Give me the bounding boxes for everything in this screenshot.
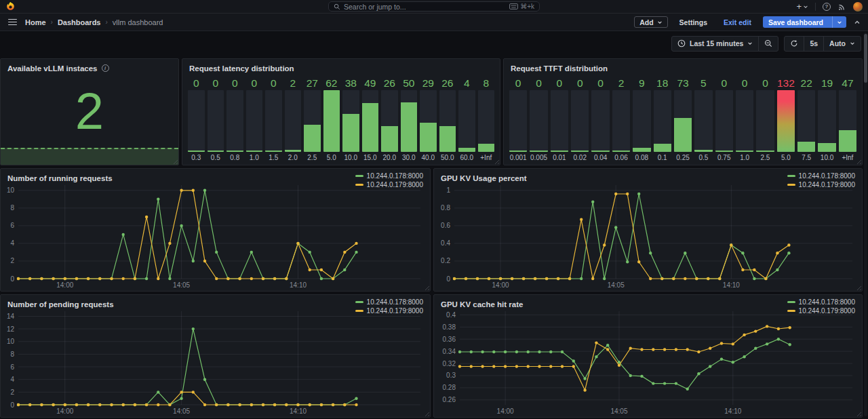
bar-track[interactable] (591, 90, 609, 152)
bar-track[interactable] (323, 90, 340, 152)
dashboard-grid: Available vLLM instaces i 2 Request late… (0, 56, 868, 418)
refresh-interval[interactable]: 5s (804, 37, 823, 51)
bar-track[interactable] (246, 90, 263, 152)
bar-track[interactable] (839, 90, 856, 152)
svg-text:14:05: 14:05 (610, 407, 627, 415)
grafana-logo-icon[interactable] (5, 1, 16, 12)
bar-category-label: 0.5 (208, 152, 224, 162)
svg-text:10: 10 (7, 186, 15, 194)
clock-icon (677, 39, 686, 47)
plus-icon: + (796, 2, 802, 11)
bar-track[interactable] (654, 90, 671, 152)
bar-track[interactable] (818, 90, 835, 152)
breadcrumb-separator: › (105, 18, 107, 26)
bar-track[interactable] (633, 90, 650, 152)
zoom-out-button[interactable] (758, 37, 778, 51)
bar-track[interactable] (362, 90, 379, 152)
bar-track[interactable] (208, 90, 224, 152)
bar-track[interactable] (188, 90, 205, 152)
bar-track[interactable] (551, 90, 568, 152)
breadcrumb-home[interactable]: Home (25, 18, 46, 26)
bar-category-label: 0.001 (509, 152, 527, 162)
bar-fill (612, 151, 630, 152)
timeseries-chart[interactable]: 024681014:0014:0514:1010.244.0.178:80001… (1, 169, 430, 291)
refresh-button[interactable] (785, 37, 804, 51)
legend-item[interactable]: 10.244.0.179:8000 (355, 181, 423, 188)
panel-header[interactable]: Available vLLM instaces i (1, 59, 178, 75)
bar-track[interactable] (736, 90, 753, 152)
bar-gauge-chart[interactable]: 00.00100.00500.0100.0200.0420.0690.08180… (504, 75, 862, 165)
bar-track[interactable] (458, 90, 475, 152)
legend-series-label: 10.244.0.178:8000 (799, 298, 855, 306)
bar-category-label: 10.0 (818, 152, 835, 162)
bar-track[interactable] (304, 90, 321, 152)
settings-button[interactable]: Settings (675, 16, 712, 28)
bar-track[interactable] (612, 90, 630, 152)
legend-item[interactable]: 10.244.0.178:8000 (787, 298, 855, 306)
bar-track[interactable] (530, 90, 547, 152)
bar-value: 0 (591, 77, 609, 90)
bar-fill (571, 151, 589, 152)
panel-header[interactable]: Request TTFT distribution (504, 59, 862, 75)
save-dashboard-button[interactable]: Save dashboard (763, 16, 846, 28)
time-range-picker[interactable]: Last 15 minutes (672, 37, 758, 51)
bar-fill (226, 151, 243, 152)
bar-track[interactable] (285, 90, 302, 152)
bar-track[interactable] (674, 90, 692, 152)
bar-track[interactable] (265, 90, 282, 152)
search-input[interactable]: Search or jump to... ⌘+k (328, 1, 540, 12)
scrollbar-track[interactable] (864, 33, 867, 416)
legend-item[interactable]: 10.244.0.179:8000 (787, 307, 855, 315)
menu-toggle-icon[interactable] (7, 18, 18, 27)
svg-text:0.6: 0.6 (441, 222, 450, 229)
bar-value: 19 (818, 77, 835, 90)
timeseries-chart[interactable]: 0246810121414:0014:0514:1010.244.0.178:8… (1, 295, 430, 417)
bar-track[interactable] (226, 90, 243, 152)
legend-item[interactable]: 10.244.0.179:8000 (355, 307, 423, 315)
bar-track[interactable] (571, 90, 589, 152)
exit-edit-button[interactable]: Exit edit (719, 16, 756, 28)
bar-gauge-chart[interactable]: 00.300.500.801.001.522.0272.5625.03810.0… (182, 75, 500, 165)
save-dashboard-dropdown[interactable] (832, 16, 846, 28)
bar-track[interactable] (420, 90, 437, 152)
bar-track[interactable] (694, 90, 712, 152)
help-button[interactable]: ? (823, 3, 831, 11)
svg-text:2: 2 (10, 388, 14, 396)
legend-item[interactable]: 10.244.0.178:8000 (355, 172, 423, 180)
bar-track[interactable] (777, 90, 795, 152)
user-avatar[interactable] (853, 2, 863, 12)
legend-item[interactable]: 10.244.0.178:8000 (355, 298, 423, 306)
legend-item[interactable]: 10.244.0.178:8000 (787, 172, 855, 180)
bar-track[interactable] (342, 90, 359, 152)
legend-series-color (355, 184, 363, 186)
bar-track[interactable] (381, 90, 398, 152)
bar-value: 50 (401, 77, 418, 90)
timeseries-chart[interactable]: 00.20.40.60.8114:0014:0514:1010.244.0.17… (434, 169, 862, 291)
new-menu-button[interactable]: + (796, 2, 808, 11)
bar-category-label: 2.0 (285, 152, 302, 162)
bar-fill (420, 123, 437, 152)
svg-text:0.4: 0.4 (446, 311, 456, 319)
legend-series-color (355, 175, 363, 177)
add-button[interactable]: Add (634, 16, 667, 28)
stat-panel-body[interactable]: 2 (1, 75, 178, 165)
bar-track[interactable] (715, 90, 733, 152)
auto-refresh-dropdown[interactable]: Auto (823, 37, 861, 51)
bar-track[interactable] (797, 90, 815, 152)
timeseries-chart[interactable]: 0.260.280.30.320.340.360.380.414:0014:05… (434, 295, 862, 417)
breadcrumb-dashboards[interactable]: Dashboards (58, 18, 101, 26)
bar-track[interactable] (509, 90, 527, 152)
bar-fill (478, 144, 495, 152)
bar-track[interactable] (478, 90, 495, 152)
bar-track[interactable] (401, 90, 418, 152)
scrollbar-thumb[interactable] (864, 34, 867, 83)
bar-track[interactable] (756, 90, 774, 152)
panel-header[interactable]: Request latency distribution (182, 59, 500, 75)
collapse-chevron-up-icon[interactable] (853, 18, 861, 26)
legend-item[interactable]: 10.244.0.179:8000 (787, 181, 855, 188)
bar-track[interactable] (439, 90, 456, 152)
news-button[interactable] (837, 2, 846, 11)
info-icon[interactable]: i (102, 64, 109, 72)
bar-value: 2 (285, 77, 302, 90)
search-icon (334, 3, 340, 10)
